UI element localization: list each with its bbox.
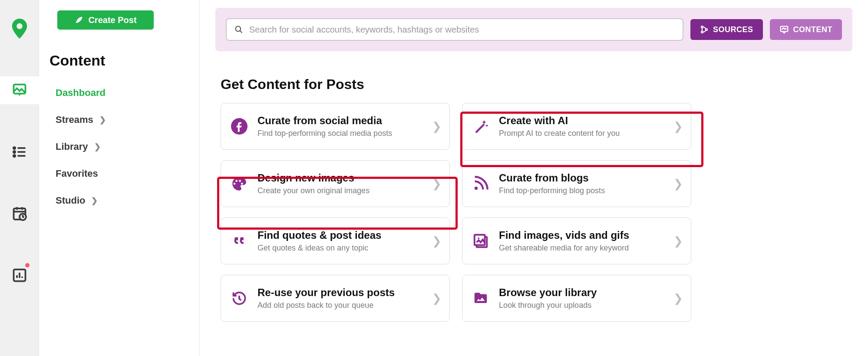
- card-find-media[interactable]: Find images, vids and gifs Get shareable…: [462, 218, 691, 264]
- card-create-ai[interactable]: Create with AI Prompt AI to create conte…: [462, 103, 691, 150]
- palette-icon: [231, 175, 248, 192]
- calendar-clock-icon: [12, 206, 27, 221]
- cards-grid: Curate from social media Find top-perfor…: [215, 103, 852, 322]
- sidebar-nav: Dashboard Streams ❯ Library ❯ Favorites …: [39, 79, 199, 214]
- nav-label: Library: [56, 141, 88, 152]
- feather-icon: [74, 15, 84, 25]
- card-title: Browse your library: [499, 287, 664, 299]
- pin-logo-icon: [10, 17, 30, 40]
- app-logo[interactable]: [0, 12, 39, 43]
- svg-point-19: [701, 31, 703, 33]
- card-subtitle: Add old posts back to your queue: [257, 301, 422, 310]
- card-subtitle: Get quotes & ideas on any topic: [257, 244, 422, 253]
- card-title: Curate from blogs: [499, 172, 664, 185]
- svg-line-17: [240, 31, 242, 33]
- chevron-right-icon: ❯: [673, 234, 683, 248]
- chevron-right-icon: ❯: [91, 196, 98, 205]
- chevron-right-icon: ❯: [673, 292, 683, 305]
- chevron-right-icon: ❯: [432, 234, 442, 248]
- bar-chart-icon: [12, 267, 27, 283]
- sources-label: SOURCES: [713, 25, 753, 34]
- rail-calendar[interactable]: [0, 200, 39, 227]
- svg-point-26: [478, 237, 479, 239]
- svg-point-18: [701, 26, 703, 28]
- nav-studio[interactable]: Studio ❯: [42, 187, 199, 214]
- search-input[interactable]: [249, 25, 675, 35]
- create-post-button[interactable]: Create Post: [57, 10, 154, 30]
- nav-dashboard[interactable]: Dashboard: [42, 79, 199, 106]
- chevron-right-icon: ❯: [94, 142, 101, 152]
- card-title: Find images, vids and gifs: [499, 229, 664, 242]
- rail-queue[interactable]: [0, 138, 39, 166]
- card-subtitle: Create your own original images: [257, 186, 422, 195]
- card-subtitle: Find top-performing blog posts: [499, 186, 664, 195]
- picture-speech-icon: [12, 82, 27, 98]
- create-post-label: Create Post: [88, 15, 136, 25]
- chevron-right-icon: ❯: [673, 177, 683, 191]
- chevron-right-icon: ❯: [432, 292, 442, 305]
- rail-reports[interactable]: [0, 261, 39, 289]
- card-title: Re-use your previous posts: [257, 287, 422, 299]
- card-find-quotes[interactable]: Find quotes & post ideas Get quotes & id…: [221, 218, 450, 264]
- card-subtitle: Find top-performing social media posts: [257, 129, 422, 138]
- nav-label: Streams: [56, 114, 93, 125]
- nav-label: Studio: [56, 195, 85, 206]
- card-browse-library[interactable]: Browse your library Look through your up…: [462, 275, 691, 322]
- chevron-right-icon: ❯: [673, 120, 683, 133]
- history-icon: [231, 290, 248, 307]
- card-title: Create with AI: [499, 115, 664, 127]
- branch-icon: [700, 25, 709, 34]
- svg-point-1: [13, 147, 15, 149]
- icon-rail: [0, 0, 39, 356]
- sidebar-section-title: Content: [39, 46, 199, 79]
- content-speech-icon: [779, 25, 789, 34]
- card-curate-blogs[interactable]: Curate from blogs Find top-performing bl…: [462, 160, 691, 207]
- card-subtitle: Look through your uploads: [499, 301, 664, 310]
- search-icon: [234, 25, 243, 34]
- content-button[interactable]: CONTENT: [770, 19, 842, 40]
- list-icon: [12, 144, 27, 160]
- folder-image-icon: [472, 290, 489, 307]
- search-bar-container: SOURCES CONTENT: [215, 8, 852, 51]
- card-title: Design new images: [257, 172, 422, 185]
- rail-content[interactable]: [0, 76, 39, 104]
- card-subtitle: Prompt AI to create content for you: [499, 129, 664, 138]
- rss-icon: [472, 175, 489, 192]
- card-design-images[interactable]: Design new images Create your own origin…: [221, 160, 450, 207]
- main-heading: Get Content for Posts: [221, 76, 852, 92]
- card-reuse-posts[interactable]: Re-use your previous posts Add old posts…: [221, 275, 450, 322]
- card-title: Find quotes & post ideas: [257, 229, 422, 242]
- nav-library[interactable]: Library ❯: [42, 133, 199, 160]
- chevron-right-icon: ❯: [99, 115, 106, 125]
- sidebar: Create Post Content Dashboard Streams ❯ …: [39, 0, 200, 356]
- nav-label: Dashboard: [56, 87, 106, 99]
- main-content: SOURCES CONTENT Get Content for Posts Cu…: [200, 0, 868, 356]
- facebook-icon: [231, 118, 248, 135]
- svg-point-5: [13, 155, 15, 157]
- nav-streams[interactable]: Streams ❯: [42, 106, 199, 133]
- chevron-right-icon: ❯: [432, 120, 442, 133]
- svg-point-16: [236, 26, 241, 32]
- nav-label: Favorites: [56, 168, 98, 179]
- chevron-right-icon: ❯: [432, 177, 442, 191]
- notification-dot: [25, 263, 30, 267]
- card-subtitle: Get shareable media for any keyword: [499, 244, 664, 253]
- card-title: Curate from social media: [257, 115, 422, 127]
- svg-point-3: [13, 151, 15, 153]
- content-label: CONTENT: [793, 25, 833, 34]
- sources-button[interactable]: SOURCES: [690, 19, 763, 40]
- search-box[interactable]: [226, 18, 683, 41]
- svg-point-23: [475, 187, 478, 190]
- card-curate-social[interactable]: Curate from social media Find top-perfor…: [221, 103, 450, 150]
- magic-wand-icon: [472, 118, 489, 135]
- gallery-icon: [472, 232, 489, 250]
- quotes-icon: [231, 232, 248, 250]
- nav-favorites[interactable]: Favorites: [42, 160, 199, 187]
